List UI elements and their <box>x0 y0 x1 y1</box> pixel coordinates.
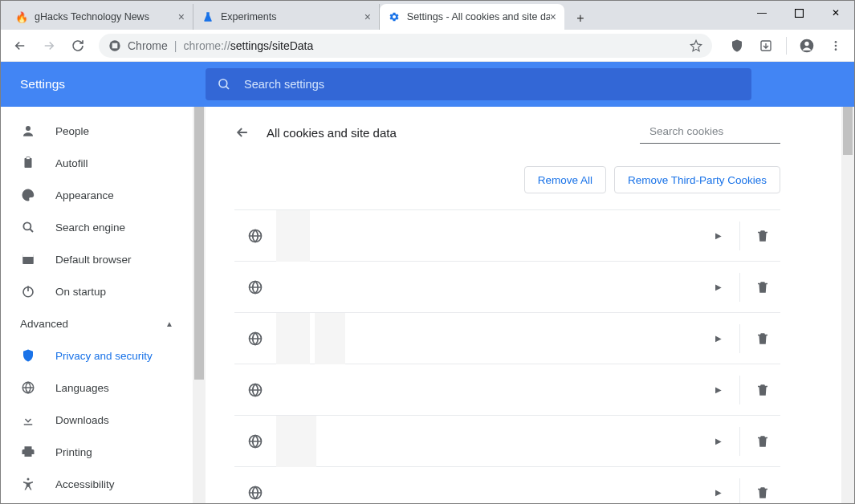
sidebar-item-downloads[interactable]: Downloads <box>1 404 193 436</box>
favicon-flask <box>202 10 214 23</box>
separator <box>739 324 740 353</box>
toolbar: Chrome | chrome://settings/siteData <box>1 30 854 62</box>
sidebar-item-label: Autofill <box>55 157 88 169</box>
expand-arrow-icon[interactable]: ▶ <box>702 282 735 291</box>
search-settings-input[interactable] <box>244 78 740 91</box>
tab-ghacks[interactable]: 🔥 gHacks Technology News × <box>7 4 193 30</box>
print-icon <box>20 445 36 459</box>
tab-strip: 🔥 gHacks Technology News × Experiments ×… <box>1 1 592 30</box>
sidebar-item-label: Accessibility <box>55 478 115 490</box>
delete-button[interactable] <box>745 434 780 449</box>
cookie-list: ▶ ▶ ▶ <box>234 209 780 503</box>
globe-icon <box>247 382 263 398</box>
window-controls: — ✕ <box>743 1 854 25</box>
maximize-button[interactable] <box>780 1 817 25</box>
sidebar-item-appearance[interactable]: Appearance <box>1 179 193 211</box>
expand-arrow-icon[interactable]: ▶ <box>702 385 735 394</box>
sidebar-item-people[interactable]: People <box>1 115 193 147</box>
sidebar-item-accessibility[interactable]: Accessibility <box>1 468 193 500</box>
sidebar-item-default-browser[interactable]: Default browser <box>1 243 193 275</box>
star-icon[interactable] <box>690 39 702 52</box>
search-cookies-input[interactable] <box>649 125 785 137</box>
main-scrollbar[interactable] <box>841 107 854 503</box>
sidebar: People Autofill Appearance Search engine <box>1 107 206 503</box>
shield-extension-icon[interactable] <box>725 34 749 58</box>
tab-title: gHacks Technology News <box>35 11 149 22</box>
delete-button[interactable] <box>745 331 780 346</box>
sidebar-item-autofill[interactable]: Autofill <box>1 147 193 179</box>
search-settings[interactable] <box>206 68 751 100</box>
globe-icon <box>247 433 263 449</box>
back-arrow-icon[interactable] <box>234 124 250 140</box>
sidebar-section-label: Advanced <box>20 318 68 330</box>
globe-icon <box>247 279 263 295</box>
cookie-row[interactable]: ▶ <box>234 416 780 467</box>
separator <box>786 37 787 55</box>
expand-arrow-icon[interactable]: ▶ <box>702 437 735 445</box>
delete-button[interactable] <box>745 486 780 500</box>
globe-icon <box>247 331 263 347</box>
site-name-redacted <box>276 416 316 467</box>
sidebar-item-privacy[interactable]: Privacy and security <box>1 339 193 372</box>
address-bar[interactable]: Chrome | chrome://settings/siteData <box>99 34 712 58</box>
browser-window: 🔥 gHacks Technology News × Experiments ×… <box>0 0 855 504</box>
shield-icon <box>20 348 36 363</box>
sidebar-item-label: Default browser <box>55 254 132 266</box>
action-buttons: Remove All Remove Third-Party Cookies <box>234 158 780 209</box>
tab-title: Settings - All cookies and site da <box>407 11 550 22</box>
svg-point-5 <box>804 41 808 45</box>
close-icon[interactable]: × <box>178 10 185 23</box>
svg-rect-0 <box>795 9 803 17</box>
remove-all-button[interactable]: Remove All <box>524 166 606 193</box>
globe-icon <box>20 380 36 395</box>
cookie-row[interactable]: ▶ <box>234 467 780 503</box>
sidebar-section-advanced[interactable]: Advanced ▲ <box>1 307 193 339</box>
new-tab-button[interactable]: + <box>569 7 592 30</box>
cookie-row[interactable]: ▶ <box>234 364 780 416</box>
sidebar-item-label: Downloads <box>55 414 109 426</box>
close-window-button[interactable]: ✕ <box>817 1 854 25</box>
download-icon <box>20 413 36 427</box>
menu-button[interactable] <box>824 34 848 58</box>
settings-title: Settings <box>1 77 206 91</box>
back-button[interactable] <box>7 33 33 59</box>
reload-button[interactable] <box>65 33 91 59</box>
sidebar-item-printing[interactable]: Printing <box>1 436 193 468</box>
profile-avatar[interactable] <box>795 34 819 58</box>
svg-rect-2 <box>112 43 118 48</box>
expand-arrow-icon[interactable]: ▶ <box>702 488 735 497</box>
box-extension-icon[interactable] <box>754 34 778 58</box>
tab-experiments[interactable]: Experiments × <box>193 4 380 30</box>
delete-button[interactable] <box>745 383 780 397</box>
sidebar-item-label: Privacy and security <box>55 350 153 362</box>
sidebar-item-label: Printing <box>55 446 92 458</box>
cookie-row[interactable]: ▶ <box>234 262 780 313</box>
forward-button[interactable] <box>36 33 62 59</box>
tab-settings[interactable]: Settings - All cookies and site da × <box>380 4 564 30</box>
cookie-row[interactable]: ▶ <box>234 210 780 262</box>
close-icon[interactable]: × <box>550 10 556 23</box>
search-cookies[interactable] <box>640 122 780 144</box>
sidebar-item-label: On startup <box>55 286 106 298</box>
sidebar-item-label: People <box>55 125 89 137</box>
sidebar-item-languages[interactable]: Languages <box>1 372 193 404</box>
close-icon[interactable]: × <box>364 10 371 23</box>
sidebar-scrollbar[interactable] <box>193 107 206 503</box>
expand-arrow-icon[interactable]: ▶ <box>702 231 735 240</box>
minimize-button[interactable]: — <box>743 1 780 25</box>
site-name-redacted <box>276 210 310 262</box>
sidebar-item-search-engine[interactable]: Search engine <box>1 211 193 243</box>
sidebar-item-on-startup[interactable]: On startup <box>1 275 193 307</box>
security-chip: Chrome <box>108 39 168 52</box>
remove-third-party-button[interactable]: Remove Third-Party Cookies <box>614 166 780 193</box>
cookie-row[interactable]: ▶ <box>234 313 780 364</box>
delete-button[interactable] <box>745 280 780 295</box>
separator <box>739 427 740 456</box>
separator <box>739 478 740 504</box>
separator: | <box>174 39 177 52</box>
delete-button[interactable] <box>745 229 780 243</box>
scrollbar-thumb[interactable] <box>843 107 853 155</box>
extension-icons <box>725 34 848 58</box>
expand-arrow-icon[interactable]: ▶ <box>702 334 735 343</box>
scrollbar-thumb[interactable] <box>194 107 204 380</box>
